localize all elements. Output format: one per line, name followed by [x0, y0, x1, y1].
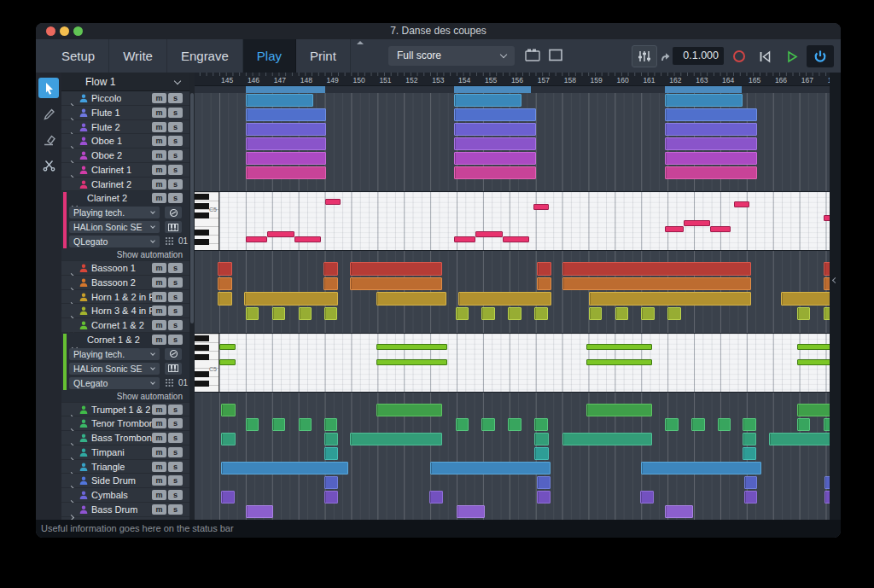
note-block-timpani[interactable]: [743, 447, 755, 460]
note-block-side-drum[interactable]: [744, 476, 757, 489]
mute-button[interactable]: m: [152, 418, 166, 428]
layout-selector[interactable]: Full score: [388, 46, 515, 66]
mute-button[interactable]: m: [152, 504, 166, 515]
black-key[interactable]: [195, 239, 209, 245]
note-block-cymbals[interactable]: [640, 491, 654, 504]
note-block-horn-1-2-in-f[interactable]: [781, 292, 830, 306]
track-row-clarinet-2[interactable]: Clarinet 2ms: [61, 178, 189, 192]
track-row-cornet-1-2[interactable]: Cornet 1 & 2ms: [61, 318, 189, 333]
toolbar-collapse-icon[interactable]: [357, 41, 364, 44]
midi-note-clarinet-2[interactable]: [267, 231, 294, 237]
mute-button[interactable]: m: [152, 292, 166, 302]
note-block-tenor-trombone-1[interactable]: [299, 418, 312, 431]
note-block-bassoon-2[interactable]: [350, 277, 442, 291]
note-block-timpani[interactable]: [324, 447, 338, 460]
note-block-bassoon-1[interactable]: [323, 262, 338, 276]
tab-write[interactable]: Write: [109, 39, 167, 73]
track-row-cymbals[interactable]: Cymbalsms: [61, 488, 189, 503]
note-block-horn-3-4-in-f[interactable]: [824, 307, 830, 321]
piano-roll-cornet-1-2[interactable]: C5: [195, 333, 830, 393]
note-block-bassoon-2[interactable]: [218, 277, 232, 291]
track-row-flute-2[interactable]: Flute 2ms: [61, 120, 189, 135]
note-block-tenor-trombone-1[interactable]: [508, 418, 521, 431]
black-key[interactable]: [195, 381, 209, 387]
midi-note-clarinet-2[interactable]: [734, 201, 750, 207]
note-block-bass-drum[interactable]: [665, 505, 692, 518]
midi-note-cornet-1-2[interactable]: [376, 344, 447, 350]
solo-button[interactable]: s: [168, 335, 183, 345]
note-block-tenor-trombone-1[interactable]: [246, 418, 259, 431]
playing-tech--dropdown[interactable]: Playing tech.: [69, 348, 160, 360]
solo-button[interactable]: s: [168, 165, 183, 175]
pencil-tool-button[interactable]: [38, 103, 59, 124]
note-block-side-drum[interactable]: [537, 476, 551, 489]
black-key[interactable]: [195, 335, 209, 341]
track-row-horn-3-4-in-f[interactable]: Horn 3 & 4 in Fms: [61, 304, 189, 318]
solo-button[interactable]: s: [168, 179, 183, 189]
solo-button[interactable]: s: [168, 504, 183, 515]
note-block-oboe-2[interactable]: [665, 152, 757, 165]
mute-button[interactable]: m: [152, 150, 166, 160]
note-block-horn-3-4-in-f[interactable]: [534, 307, 547, 321]
eraser-tool-button[interactable]: [38, 129, 59, 149]
piano-keyboard[interactable]: C5: [195, 192, 219, 250]
midi-note-cornet-1-2[interactable]: [797, 359, 830, 365]
note-block-tenor-trombone-1[interactable]: [481, 418, 494, 431]
note-block-horn-1-2-in-f[interactable]: [218, 292, 232, 306]
note-block-bassoon-2[interactable]: [537, 277, 551, 291]
note-block-bassoon-1[interactable]: [218, 262, 232, 276]
solo-button[interactable]: s: [168, 263, 183, 273]
track-row-bass-drum[interactable]: Bass Drumms: [61, 503, 189, 517]
track-row-side-drum[interactable]: Side Drumms: [61, 474, 189, 488]
mute-button[interactable]: m: [152, 433, 166, 443]
midi-note-clarinet-2[interactable]: [710, 226, 731, 232]
note-block-cymbals[interactable]: [324, 491, 338, 504]
note-block-trumpet-1-2[interactable]: [221, 404, 236, 416]
track-row-clarinet-1[interactable]: Clarinet 1ms: [61, 163, 189, 178]
note-block-bass-drum[interactable]: [457, 505, 484, 518]
piano-keyboard[interactable]: C5: [195, 334, 219, 392]
black-key[interactable]: [195, 230, 209, 236]
midi-note-cornet-1-2[interactable]: [219, 359, 236, 365]
note-block-horn-3-4-in-f[interactable]: [641, 307, 654, 321]
note-block-bass-trombone-a[interactable]: [534, 433, 549, 445]
qlegato-dropdown[interactable]: QLegato: [69, 236, 160, 247]
window-layout-icon[interactable]: [548, 48, 563, 62]
note-block-trumpet-1-2[interactable]: [797, 404, 830, 416]
track-row-flute-1[interactable]: Flute 1ms: [61, 106, 189, 120]
solo-button[interactable]: s: [168, 447, 183, 457]
solo-button[interactable]: s: [168, 122, 183, 132]
tab-setup[interactable]: Setup: [48, 39, 109, 73]
flow-selector[interactable]: Flow 1: [61, 73, 189, 91]
midi-note-cornet-1-2[interactable]: [797, 344, 830, 350]
note-block-piccolo[interactable]: [665, 94, 743, 107]
mute-button[interactable]: m: [152, 179, 166, 189]
activate-project-button[interactable]: [807, 45, 834, 67]
solo-button[interactable]: s: [168, 490, 183, 500]
note-block-horn-1-2-in-f[interactable]: [589, 292, 751, 306]
note-block-bass-trombone-a[interactable]: [562, 433, 652, 445]
halion-sonic-se-dropdown[interactable]: HALion Sonic SE: [69, 363, 160, 375]
note-block-horn-3-4-in-f[interactable]: [481, 307, 494, 321]
midi-note-cornet-1-2[interactable]: [586, 359, 652, 365]
note-block-cymbals[interactable]: [429, 491, 443, 504]
track-row-bass-trombone-a[interactable]: Bass Trombone ams: [61, 431, 189, 445]
chevron-right-icon[interactable]: [69, 508, 73, 520]
mixer-button[interactable]: [632, 45, 657, 67]
midi-note-clarinet-2[interactable]: [475, 231, 503, 237]
note-block-flute-2[interactable]: [246, 123, 326, 136]
note-block-bassoon-1[interactable]: [824, 262, 830, 276]
pointer-tool-button[interactable]: [38, 78, 59, 98]
note-block-flute-1[interactable]: [454, 108, 536, 121]
note-block-horn-1-2-in-f[interactable]: [458, 292, 552, 306]
solo-button[interactable]: s: [168, 433, 183, 443]
cut-tool-button[interactable]: [38, 154, 59, 175]
mute-button[interactable]: m: [152, 165, 166, 175]
note-block-flute-1[interactable]: [665, 108, 757, 121]
mute-button[interactable]: m: [152, 475, 166, 486]
track-row-bassoon-1[interactable]: Bassoon 1ms: [61, 261, 189, 276]
instrument-sub-row[interactable]: Clarinet 2ms: [61, 191, 189, 206]
record-button[interactable]: [728, 45, 750, 67]
note-block-piccolo[interactable]: [454, 94, 521, 107]
note-block-oboe-2[interactable]: [246, 152, 326, 165]
